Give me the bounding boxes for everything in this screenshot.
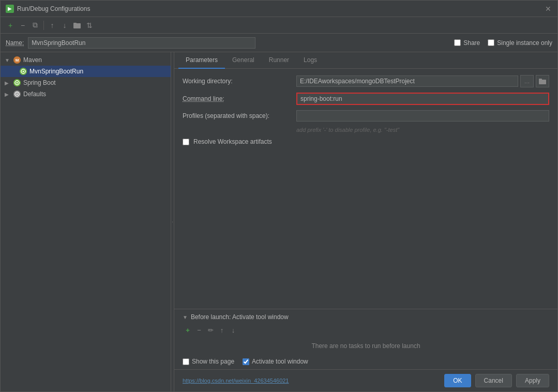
toolbar-separator-1 [43,21,44,30]
main-toolbar: + − ⧉ ↑ ↓ ⇅ [1,17,557,34]
window-icon: ▶ [6,5,14,13]
before-launch-toolbar: + − ✏ ↑ ↓ [183,325,549,335]
working-directory-input-row: … [296,75,549,87]
mvnspringbootrun-icon [19,67,27,76]
defaults-arrow: ▶ [5,92,11,97]
parameters-content: Working directory: … Command line: [174,69,557,309]
working-directory-browse-button[interactable]: … [520,75,534,87]
title-bar-left: ▶ Run/Debug Configurations [6,5,90,13]
svg-point-7 [17,94,18,95]
before-launch-remove-button[interactable]: − [194,325,204,335]
move-up-button[interactable]: ↑ [47,20,58,31]
before-launch-arrow: ▼ [183,314,188,320]
tab-parameters[interactable]: Parameters [178,52,225,69]
single-instance-checkbox[interactable] [488,39,494,46]
show-page-checkbox-label[interactable]: Show this page [183,358,234,365]
title-bar: ▶ Run/Debug Configurations ✕ [1,1,557,17]
defaults-icon [13,90,21,98]
sidebar: ▼ M Maven MvnSpringBootRun ▶ [1,52,171,391]
command-line-row: Command line: [183,93,549,105]
show-page-row: Show this page Activate tool window [183,358,549,365]
name-label: Name: [6,39,24,47]
resolve-artifacts-checkbox[interactable] [183,139,189,145]
single-instance-checkbox-label[interactable]: Single instance only [488,39,552,47]
cancel-button[interactable]: Cancel [475,374,512,387]
activate-tool-window-checkbox-label[interactable]: Activate tool window [243,358,308,365]
remove-configuration-button[interactable]: − [17,20,28,31]
add-configuration-button[interactable]: + [5,20,16,31]
sidebar-item-maven[interactable]: ▼ M Maven [1,54,171,66]
ok-button[interactable]: OK [444,374,471,387]
before-launch-section: ▼ Before launch: Activate tool window + … [174,309,557,369]
sidebar-item-mvnspringbootrun[interactable]: MvnSpringBootRun [1,66,171,77]
tabs: Parameters General Runner Logs [174,52,557,69]
apply-button[interactable]: Apply [516,374,549,387]
activate-tool-window-checkbox[interactable] [243,358,249,365]
svg-rect-1 [73,23,77,24]
working-directory-folder-button[interactable] [536,75,549,87]
before-launch-title: Before launch: Activate tool window [191,313,289,321]
right-panel: Parameters General Runner Logs Working d… [174,52,557,391]
single-instance-label: Single instance only [497,39,552,47]
close-button[interactable]: ✕ [544,5,552,13]
command-line-label: Command line: [183,95,296,102]
share-label: Share [463,39,480,47]
name-bar: Name: Share Single instance only [1,34,557,52]
svg-point-3 [23,71,24,72]
before-launch-up-button[interactable]: ↑ [217,325,227,335]
main-content: ▼ M Maven MvnSpringBootRun ▶ [1,52,557,391]
before-launch-header[interactable]: ▼ Before launch: Activate tool window [183,313,549,321]
springboot-icon [13,79,21,87]
share-checkbox-label[interactable]: Share [454,39,480,47]
bottom-bar: https://blog.csdn.net/weixin_42634546021… [174,369,557,391]
profiles-hint: add prefix '-' to disable profile, e.g. … [296,127,549,133]
resolve-artifacts-label: Resolve Workspace artifacts [193,138,272,145]
before-launch-empty-message: There are no tasks to run before launch [183,338,549,354]
working-directory-row: Working directory: … [183,75,549,87]
maven-arrow: ▼ [5,57,11,63]
profiles-label: Profiles (separated with space): [183,112,296,119]
share-checkbox[interactable] [454,39,461,46]
svg-point-5 [17,82,18,84]
resolve-artifacts-row: Resolve Workspace artifacts [183,138,549,145]
show-page-label: Show this page [192,358,234,365]
show-page-checkbox[interactable] [183,358,189,365]
sidebar-item-mvnspringbootrun-label: MvnSpringBootRun [29,68,83,75]
tab-runner[interactable]: Runner [262,52,296,69]
sort-button[interactable]: ⇅ [84,20,95,31]
share-area: Share Single instance only [454,39,552,47]
move-down-button[interactable]: ↓ [59,20,70,31]
tab-general[interactable]: General [225,52,262,69]
working-directory-label: Working directory: [183,78,296,85]
working-directory-input[interactable] [296,76,518,87]
name-input[interactable] [28,37,255,49]
sidebar-item-defaults[interactable]: ▶ Defaults [1,88,171,100]
sidebar-item-defaults-label: Defaults [23,91,46,98]
svg-rect-9 [539,79,542,81]
sidebar-item-springboot-label: Spring Boot [23,79,56,86]
before-launch-add-button[interactable]: + [183,325,193,335]
sidebar-item-springboot[interactable]: ▶ Spring Boot [1,77,171,88]
springboot-arrow: ▶ [5,80,11,86]
maven-icon: M [13,56,21,64]
profiles-input[interactable] [296,110,549,122]
run-debug-configurations-window: ▶ Run/Debug Configurations ✕ + − ⧉ ↑ ↓ ⇅… [0,0,558,392]
before-launch-down-button[interactable]: ↓ [228,325,238,335]
folder-button[interactable] [71,20,83,31]
help-link[interactable]: https://blog.csdn.net/weixin_42634546021 [183,378,289,384]
sidebar-item-maven-label: Maven [23,56,42,64]
tab-logs[interactable]: Logs [296,52,324,69]
profiles-row: Profiles (separated with space): [183,110,549,122]
command-line-input[interactable] [296,93,549,105]
copy-configuration-button[interactable]: ⧉ [29,20,41,31]
activate-tool-window-label: Activate tool window [252,358,308,365]
window-title: Run/Debug Configurations [17,5,90,12]
before-launch-edit-button[interactable]: ✏ [205,325,216,335]
